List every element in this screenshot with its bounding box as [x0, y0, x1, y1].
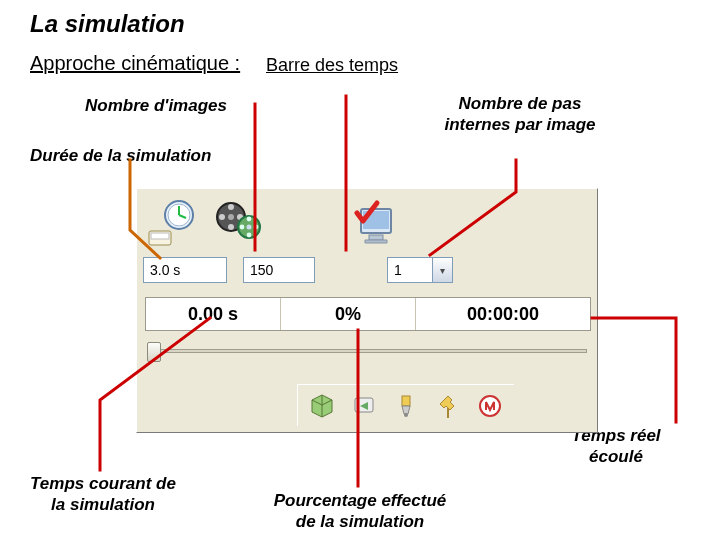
- time-slider[interactable]: [147, 339, 589, 363]
- icon-row: [143, 195, 401, 249]
- inputs-row: ▾: [143, 257, 453, 283]
- status-elapsed: 00:00:00: [416, 298, 590, 330]
- page-title: La simulation: [30, 10, 185, 38]
- frames-input[interactable]: [243, 257, 315, 283]
- steps-input[interactable]: [387, 257, 433, 283]
- svg-point-25: [480, 396, 500, 416]
- svg-point-13: [247, 225, 252, 230]
- svg-point-14: [247, 217, 252, 222]
- status-row: 0.00 s 0% 00:00:00: [145, 297, 591, 331]
- tool-icon[interactable]: [386, 387, 426, 425]
- duration-input[interactable]: [143, 257, 227, 283]
- film-reel-icon: [211, 195, 265, 249]
- pin-icon[interactable]: [428, 387, 468, 425]
- label-nb-images: Nombre d'images: [85, 95, 227, 116]
- svg-rect-22: [402, 396, 410, 406]
- status-percent: 0%: [281, 298, 416, 330]
- svg-point-9: [219, 214, 225, 220]
- label-duree: Durée de la simulation: [30, 145, 211, 166]
- label-pourcentage: Pourcentage effectué de la simulation: [270, 490, 450, 533]
- time-toolbar-panel: ▾ 0.00 s 0% 00:00:00: [136, 188, 598, 433]
- svg-point-11: [228, 224, 234, 230]
- svg-point-7: [228, 214, 234, 220]
- svg-rect-1: [151, 233, 169, 239]
- svg-point-8: [228, 204, 234, 210]
- monitor-check-icon: [347, 195, 401, 249]
- chevron-down-icon[interactable]: ▾: [433, 257, 453, 283]
- clock-icon: [143, 195, 197, 249]
- page-subtitle-b: Barre des temps: [266, 55, 398, 76]
- svg-rect-20: [369, 235, 383, 240]
- steps-combo[interactable]: ▾: [387, 257, 453, 283]
- cube-icon[interactable]: [302, 387, 342, 425]
- status-current-time: 0.00 s: [146, 298, 281, 330]
- svg-point-16: [254, 225, 259, 230]
- svg-point-17: [247, 233, 252, 238]
- slider-groove: [149, 349, 587, 353]
- label-temps-courant: Temps courant de la simulation: [27, 473, 179, 516]
- svg-point-15: [240, 225, 245, 230]
- label-nb-pas: Nombre de pas internes par image: [440, 93, 600, 136]
- logo-icon[interactable]: [470, 387, 510, 425]
- page-subtitle-a: Approche cinématique :: [30, 52, 240, 75]
- bottom-toolbar: [297, 384, 514, 426]
- slider-thumb[interactable]: [147, 342, 161, 362]
- rewind-icon[interactable]: [344, 387, 384, 425]
- svg-point-23: [404, 413, 408, 417]
